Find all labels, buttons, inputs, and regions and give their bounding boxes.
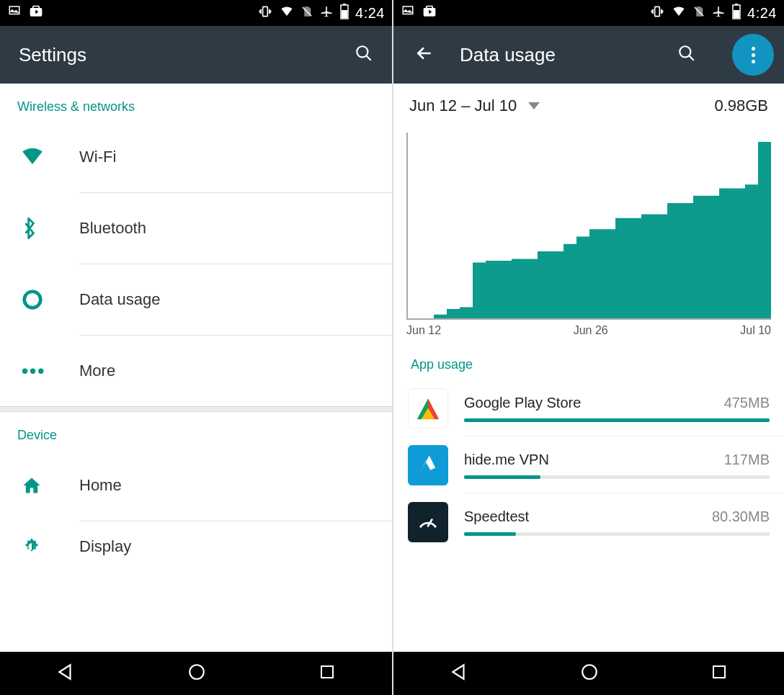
- app-name: hide.me VPN: [464, 452, 549, 468]
- brightness-icon: [22, 537, 79, 557]
- app-usage-header: App usage: [393, 337, 784, 380]
- hideme-vpn-icon: [408, 445, 448, 485]
- x-tick: Jul 10: [740, 324, 771, 337]
- settings-item-label: Home: [79, 476, 122, 495]
- overflow-menu-button[interactable]: [732, 34, 774, 76]
- settings-item-bluetooth[interactable]: Bluetooth: [0, 193, 392, 264]
- svg-rect-14: [735, 4, 738, 5]
- nav-back-button[interactable]: [428, 655, 490, 691]
- settings-item-label: Wi-Fi: [79, 148, 116, 166]
- svg-rect-3: [343, 4, 346, 5]
- nav-home-button[interactable]: [166, 655, 228, 691]
- navigation-bar: [393, 652, 784, 695]
- status-bar: 4:24: [0, 0, 392, 26]
- x-tick: Jun 26: [574, 324, 608, 337]
- app-usage-bar: [464, 475, 770, 479]
- settings-screen: 4:24 Settings Wireless & networks Wi-Fi …: [0, 0, 392, 695]
- svg-point-16: [680, 46, 690, 57]
- usage-chart: Jun 12 Jun 26 Jul 10: [406, 133, 771, 337]
- settings-item-wifi[interactable]: Wi-Fi: [0, 122, 392, 192]
- bluetooth-icon: [22, 218, 79, 239]
- search-button[interactable]: [669, 35, 705, 74]
- svg-rect-10: [321, 666, 333, 678]
- data-usage-icon: [22, 289, 79, 310]
- vibrate-icon: [649, 4, 665, 22]
- settings-item-label: Data usage: [79, 290, 161, 309]
- section-separator: [0, 406, 392, 412]
- app-value: 475MB: [724, 395, 770, 411]
- vibrate-icon: [257, 4, 273, 22]
- svg-rect-0: [9, 6, 19, 14]
- section-wireless-header: Wireless & networks: [0, 84, 392, 122]
- nav-recents-button[interactable]: [689, 656, 749, 691]
- wifi-status-icon: [279, 5, 295, 22]
- app-bar-data-usage: Data usage: [393, 26, 784, 84]
- date-range-selector[interactable]: Jun 12 – Jul 10 0.98GB: [393, 84, 784, 128]
- app-usage-bar: [464, 532, 770, 536]
- settings-item-label: Bluetooth: [79, 219, 146, 238]
- page-title: Settings: [19, 44, 86, 66]
- image-icon: [401, 4, 415, 22]
- svg-rect-15: [734, 10, 739, 18]
- svg-point-17: [582, 665, 597, 679]
- svg-rect-11: [403, 6, 413, 14]
- svg-point-9: [190, 665, 204, 679]
- battery-icon: [339, 4, 349, 23]
- app-value: 80.30MB: [712, 508, 770, 525]
- airplane-icon: [319, 4, 334, 22]
- nav-recents-button[interactable]: [297, 656, 357, 691]
- total-usage: 0.98GB: [714, 97, 768, 115]
- svg-point-7: [24, 292, 41, 308]
- nav-home-button[interactable]: [558, 655, 620, 691]
- settings-item-label: Display: [79, 537, 131, 556]
- search-button[interactable]: [346, 35, 382, 74]
- svg-rect-18: [713, 666, 725, 678]
- date-range-label: Jun 12 – Jul 10: [409, 97, 517, 115]
- app-usage-bar: [464, 418, 770, 422]
- nav-back-button[interactable]: [35, 655, 97, 691]
- play-store-icon: [408, 388, 448, 429]
- app-value: 117MB: [724, 452, 770, 468]
- wifi-icon: [22, 148, 79, 166]
- more-horizontal-icon: •••: [22, 360, 79, 382]
- play-store-status-icon: [422, 4, 437, 22]
- settings-item-data-usage[interactable]: Data usage: [0, 264, 392, 335]
- svg-rect-1: [263, 6, 268, 16]
- home-icon: [22, 476, 79, 495]
- settings-item-home[interactable]: Home: [0, 450, 392, 521]
- status-time: 4:24: [747, 5, 777, 22]
- section-device-header: Device: [0, 412, 392, 450]
- status-time: 4:24: [355, 5, 385, 22]
- no-sim-icon: [692, 4, 705, 22]
- image-icon: [7, 4, 22, 22]
- play-store-status-icon: [29, 4, 43, 22]
- x-tick: Jun 12: [406, 324, 441, 337]
- settings-item-label: More: [79, 362, 115, 380]
- page-title: Data usage: [460, 44, 556, 66]
- svg-rect-4: [342, 10, 347, 18]
- airplane-icon: [711, 4, 726, 22]
- battery-icon: [731, 4, 741, 23]
- svg-point-5: [357, 46, 368, 57]
- app-name: Google Play Store: [464, 395, 581, 411]
- speedtest-icon: [408, 502, 448, 542]
- settings-item-more[interactable]: ••• More: [0, 336, 392, 406]
- wifi-status-icon: [671, 5, 687, 22]
- status-bar: 4:24: [393, 0, 784, 26]
- back-button[interactable]: [412, 41, 437, 68]
- app-usage-row[interactable]: Google Play Store 475MB: [393, 380, 784, 436]
- navigation-bar: [0, 652, 392, 695]
- app-usage-row[interactable]: Speedtest 80.30MB: [393, 493, 784, 550]
- no-sim-icon: [300, 4, 313, 22]
- app-bar-settings: Settings: [0, 26, 392, 84]
- data-usage-screen: 4:24 Data usage Jun 12 – Jul 10 0.98GB: [392, 0, 784, 695]
- svg-rect-12: [655, 6, 660, 16]
- settings-item-display[interactable]: Display: [0, 521, 392, 572]
- app-usage-row[interactable]: hide.me VPN 117MB: [393, 436, 784, 493]
- chevron-down-icon: [528, 99, 540, 112]
- app-name: Speedtest: [464, 508, 529, 525]
